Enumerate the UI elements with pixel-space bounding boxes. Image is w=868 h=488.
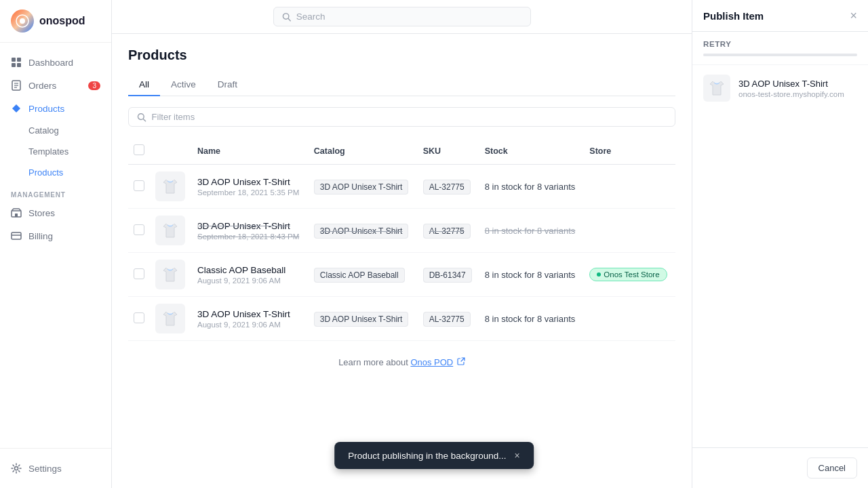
- row-thumb-cell: [150, 253, 192, 297]
- product-thumbnail: [155, 216, 185, 245]
- page-footer: Learn more about Onos POD: [128, 341, 675, 384]
- sidebar-item-label: Products: [28, 104, 64, 114]
- billing-icon: [11, 230, 22, 241]
- sidebar-sub-products[interactable]: Products: [0, 162, 111, 183]
- templates-label: Templates: [28, 146, 68, 157]
- row-stock-cell: 8 in stock for 8 variants: [479, 297, 585, 341]
- row-thumb-cell: [150, 165, 192, 209]
- close-button[interactable]: ×: [850, 9, 857, 22]
- products-tabs: All Active Draft: [128, 74, 675, 96]
- row-checkbox[interactable]: [134, 180, 144, 191]
- row-name-cell: 3D AOP Unisex T-Shirt September 18, 2021…: [192, 209, 309, 253]
- row-checkbox-cell: [128, 209, 150, 253]
- row-store-cell: [584, 209, 675, 253]
- col-thumb: [150, 138, 192, 165]
- svg-point-15: [15, 467, 18, 470]
- sidebar: onospod Dashboard: [0, 0, 112, 488]
- filter-input[interactable]: [152, 112, 667, 122]
- catalog-badge: 3D AOP Unisex T-Shirt: [314, 180, 409, 195]
- product-info: 3D AOP Unisex T-Shirt September 18, 2021…: [197, 221, 303, 241]
- row-stock-cell: 8 in stock for 8 variants: [479, 209, 585, 253]
- sku-badge: DB-61347: [423, 268, 472, 283]
- row-checkbox-cell: [128, 253, 150, 297]
- sidebar-sub-catalog[interactable]: Catalog: [0, 120, 111, 141]
- store-dot: [597, 272, 601, 277]
- dashboard-icon: [11, 57, 22, 68]
- topbar: [112, 0, 692, 34]
- billing-label: Billing: [28, 231, 53, 241]
- product-thumbnail: [155, 260, 185, 289]
- col-name: Name: [192, 138, 309, 165]
- row-sku-cell: AL-32775: [418, 297, 479, 341]
- external-link-icon: [457, 357, 465, 365]
- toast-close-button[interactable]: ×: [515, 450, 520, 461]
- management-section-label: MANAGEMENT: [0, 183, 111, 201]
- svg-line-17: [288, 18, 290, 20]
- svg-rect-13: [12, 232, 21, 239]
- row-catalog-cell: 3D AOP Unisex T-Shirt: [309, 209, 418, 253]
- logo-icon: [11, 9, 34, 33]
- search-input[interactable]: [296, 12, 522, 22]
- row-sku-cell: AL-32775: [418, 165, 479, 209]
- product-thumbnail: [155, 171, 185, 201]
- publish-item-name: 3D AOP Unisex T-Shirt: [738, 79, 857, 89]
- stores-icon: [11, 207, 22, 218]
- filter-bar[interactable]: [128, 107, 675, 127]
- tab-active[interactable]: Active: [160, 74, 207, 96]
- retry-progress-fill: [703, 54, 857, 56]
- row-catalog-cell: 3D AOP Unisex T-Shirt: [309, 165, 418, 209]
- products-table: Name Catalog SKU Stock Store: [128, 138, 675, 341]
- sku-badge: AL-32775: [423, 312, 471, 327]
- product-info: Classic AOP Baseball August 9, 2021 9:06…: [197, 265, 303, 285]
- row-checkbox[interactable]: [134, 268, 144, 279]
- logo-text: onospod: [39, 15, 85, 27]
- row-sku-cell: DB-61347: [418, 253, 479, 297]
- row-sku-cell: AL-32775: [418, 209, 479, 253]
- page-content-area: Products All Active Draft Na: [112, 34, 692, 488]
- sidebar-item-products[interactable]: Products: [0, 97, 111, 120]
- svg-rect-2: [12, 58, 16, 62]
- row-checkbox[interactable]: [134, 312, 144, 323]
- filter-search-icon: [137, 113, 146, 122]
- publish-panel: Publish Item × RETRY 3D AOP Unisex T-Shi…: [692, 0, 868, 488]
- catalog-badge: Classic AOP Baseball: [314, 268, 405, 283]
- publish-item-thumbnail: [703, 75, 730, 102]
- gear-icon: [11, 463, 22, 474]
- svg-rect-12: [15, 214, 18, 217]
- panel-title: Publish Item: [703, 10, 764, 22]
- product-details: 3D AOP Unisex T-Shirt September 18, 2021…: [197, 177, 299, 197]
- sidebar-item-label: Dashboard: [28, 58, 73, 68]
- row-store-cell: Onos Test Store: [584, 253, 675, 297]
- tab-draft[interactable]: Draft: [207, 74, 248, 96]
- table-row: 3D AOP Unisex T-Shirt September 18, 2021…: [128, 165, 675, 209]
- sidebar-item-settings[interactable]: Settings: [0, 457, 111, 480]
- search-bar[interactable]: [273, 7, 531, 26]
- toast-message: Product publishing in the background...: [348, 451, 506, 461]
- table-row: 3D AOP Unisex T-Shirt September 18, 2021…: [128, 209, 675, 253]
- row-name-cell: Classic AOP Baseball August 9, 2021 9:06…: [192, 253, 309, 297]
- sidebar-sub-templates[interactable]: Templates: [0, 141, 111, 162]
- product-date: August 9, 2021 9:06 AM: [197, 277, 285, 285]
- product-date: September 18, 2021 5:35 PM: [197, 188, 299, 197]
- product-name: Classic AOP Baseball: [197, 265, 285, 275]
- sku-badge: AL-32775: [423, 224, 471, 239]
- row-checkbox[interactable]: [134, 224, 144, 235]
- sidebar-item-orders[interactable]: Orders 3: [0, 74, 111, 97]
- tshirt-icon: [161, 309, 180, 328]
- sidebar-item-dashboard[interactable]: Dashboard: [0, 51, 111, 74]
- tshirt-icon: [161, 221, 180, 240]
- row-stock-cell: 8 in stock for 8 variants: [479, 253, 585, 297]
- product-info: 3D AOP Unisex T-Shirt August 9, 2021 9:0…: [197, 309, 303, 329]
- row-name-cell: 3D AOP Unisex T-Shirt September 18, 2021…: [192, 165, 309, 209]
- row-checkbox-cell: [128, 165, 150, 209]
- sidebar-item-billing[interactable]: Billing: [0, 224, 111, 247]
- product-date: August 9, 2021 9:06 AM: [197, 321, 290, 329]
- tab-all[interactable]: All: [128, 74, 160, 96]
- cancel-button[interactable]: Cancel: [807, 458, 857, 479]
- footer-link[interactable]: Onos POD: [410, 357, 453, 367]
- tshirt-icon: [161, 177, 180, 196]
- select-all-checkbox[interactable]: [134, 144, 144, 155]
- sidebar-item-stores[interactable]: Stores: [0, 201, 111, 224]
- toast-notification: Product publishing in the background... …: [334, 442, 534, 469]
- svg-rect-3: [17, 58, 21, 62]
